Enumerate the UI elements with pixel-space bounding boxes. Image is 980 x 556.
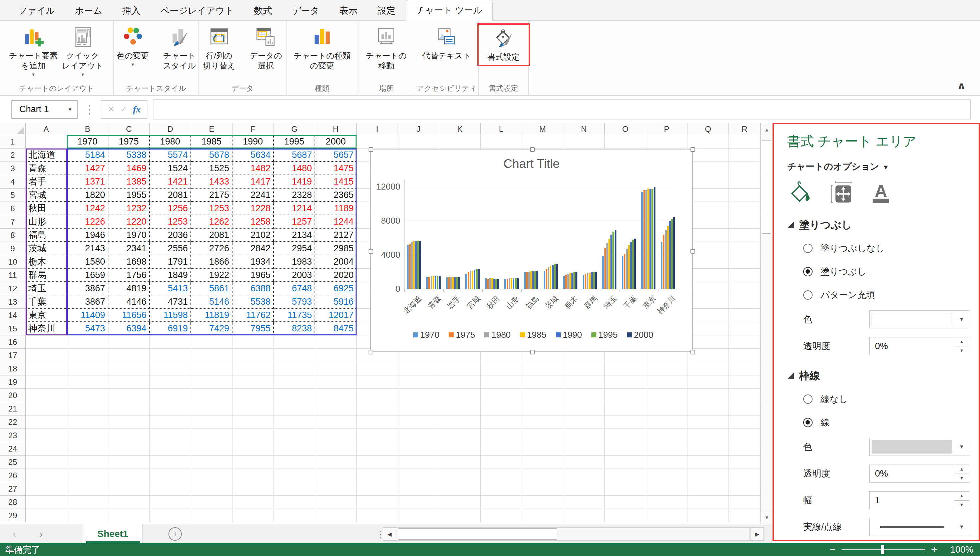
row-header-27[interactable]: 27	[0, 482, 26, 496]
cell-A27[interactable]	[26, 482, 67, 496]
cell-A10[interactable]: 栃木	[26, 255, 67, 269]
cell-O22[interactable]	[605, 415, 646, 429]
cell-D24[interactable]	[150, 442, 191, 456]
cell-G17[interactable]	[274, 349, 315, 362]
cell-C5[interactable]: 1955	[108, 189, 150, 202]
row-header-15[interactable]: 15	[0, 322, 26, 335]
vertical-scrollbar-thumb[interactable]	[762, 140, 771, 234]
cell-B27[interactable]	[67, 482, 108, 496]
cell-R25[interactable]	[729, 456, 761, 469]
radio-パターン充填[interactable]: パターン充填	[803, 288, 979, 302]
cell-E6[interactable]: 1253	[191, 202, 232, 215]
cell-R5[interactable]	[729, 189, 761, 202]
cell-A23[interactable]	[26, 429, 67, 442]
cell-A24[interactable]	[26, 442, 67, 456]
cell-I1[interactable]	[356, 135, 398, 149]
cell-C7[interactable]: 1220	[108, 215, 150, 229]
legend-item-1970[interactable]: 1970	[413, 330, 440, 340]
row-header-8[interactable]: 8	[0, 229, 26, 242]
scroll-down-icon[interactable]: ▼	[761, 511, 773, 524]
cell-O24[interactable]	[605, 442, 646, 456]
cell-F23[interactable]	[232, 429, 274, 442]
cell-O28[interactable]	[605, 496, 646, 509]
menu-tab-7[interactable]: 表示	[330, 1, 368, 20]
spinner[interactable]: ▲▼	[954, 465, 969, 482]
next-sheet-icon[interactable]: ›	[39, 524, 43, 544]
cell-H10[interactable]: 2004	[315, 255, 356, 269]
cell-Q26[interactable]	[687, 469, 729, 482]
cell-N26[interactable]	[563, 469, 605, 482]
cell-E18[interactable]	[191, 362, 232, 375]
selection-handle[interactable]	[530, 350, 535, 354]
cell-A17[interactable]	[26, 349, 67, 362]
cell-F9[interactable]: 2842	[232, 242, 274, 255]
cell-R22[interactable]	[729, 415, 761, 429]
cell-F17[interactable]	[232, 349, 274, 362]
cell-F4[interactable]: 1417	[232, 175, 274, 189]
row-header-17[interactable]: 17	[0, 349, 26, 362]
cell-G29[interactable]	[274, 509, 315, 522]
cell-A22[interactable]	[26, 415, 67, 429]
selection-handle[interactable]	[369, 249, 373, 254]
cell-K26[interactable]	[439, 469, 481, 482]
column-header-C[interactable]: C	[108, 123, 150, 135]
cell-Q19[interactable]	[687, 375, 729, 389]
cell-C2[interactable]: 5338	[108, 149, 150, 162]
column-header-M[interactable]: M	[522, 123, 563, 135]
legend-item-1980[interactable]: 1980	[484, 330, 511, 340]
cell-B11[interactable]: 1659	[67, 269, 108, 282]
row-header-1[interactable]: 1	[0, 135, 26, 149]
cell-L22[interactable]	[481, 415, 522, 429]
cell-J26[interactable]	[398, 469, 439, 482]
cell-H1[interactable]: 2000	[315, 135, 356, 149]
cell-B20[interactable]	[67, 389, 108, 402]
cell-K20[interactable]	[439, 389, 481, 402]
cell-G9[interactable]: 2954	[274, 242, 315, 255]
row-header-18[interactable]: 18	[0, 362, 26, 375]
name-box[interactable]: Chart 1 ▼	[11, 100, 78, 119]
cell-A12[interactable]: 埼玉	[26, 282, 67, 295]
cell-A8[interactable]: 福島	[26, 229, 67, 242]
cell-E15[interactable]: 7429	[191, 322, 232, 335]
cell-L19[interactable]	[481, 375, 522, 389]
cell-M24[interactable]	[522, 442, 563, 456]
cell-G3[interactable]: 1480	[274, 162, 315, 175]
cell-L24[interactable]	[481, 442, 522, 456]
zoom-out-icon[interactable]: −	[830, 543, 836, 556]
cell-N27[interactable]	[563, 482, 605, 496]
ribbon-button-format-pane[interactable]: 書式設定	[482, 27, 525, 62]
cell-R29[interactable]	[729, 509, 761, 522]
cell-R1[interactable]	[729, 135, 761, 149]
row-header-6[interactable]: 6	[0, 202, 26, 215]
cell-F10[interactable]: 1934	[232, 255, 274, 269]
cell-H25[interactable]	[315, 456, 356, 469]
cell-M27[interactable]	[522, 482, 563, 496]
cell-A7[interactable]: 山形	[26, 215, 67, 229]
cell-B10[interactable]: 1580	[67, 255, 108, 269]
cell-K22[interactable]	[439, 415, 481, 429]
cell-R24[interactable]	[729, 442, 761, 456]
cell-Q1[interactable]	[687, 135, 729, 149]
cell-G7[interactable]: 1257	[274, 215, 315, 229]
cell-G18[interactable]	[274, 362, 315, 375]
cell-G12[interactable]: 6748	[274, 282, 315, 295]
cell-G4[interactable]: 1419	[274, 175, 315, 189]
column-header-H[interactable]: H	[315, 123, 356, 135]
cell-H23[interactable]	[315, 429, 356, 442]
cancel-icon[interactable]: ✕	[107, 104, 115, 115]
border-width-input[interactable]: 1 ▲▼	[869, 491, 969, 509]
spinner-up-icon[interactable]: ▲	[954, 465, 969, 474]
cell-F20[interactable]	[232, 389, 274, 402]
cell-G19[interactable]	[274, 375, 315, 389]
cell-F7[interactable]: 1258	[232, 215, 274, 229]
row-header-2[interactable]: 2	[0, 149, 26, 162]
column-header-J[interactable]: J	[398, 123, 439, 135]
radio-塗りつぶし[interactable]: 塗りつぶし	[803, 265, 979, 279]
cell-H29[interactable]	[315, 509, 356, 522]
cell-E29[interactable]	[191, 509, 232, 522]
spinner-down-icon[interactable]: ▼	[954, 346, 969, 355]
column-header-A[interactable]: A	[26, 123, 67, 135]
cell-N20[interactable]	[563, 389, 605, 402]
cell-E21[interactable]	[191, 402, 232, 415]
paint-bucket-icon[interactable]	[787, 181, 812, 205]
